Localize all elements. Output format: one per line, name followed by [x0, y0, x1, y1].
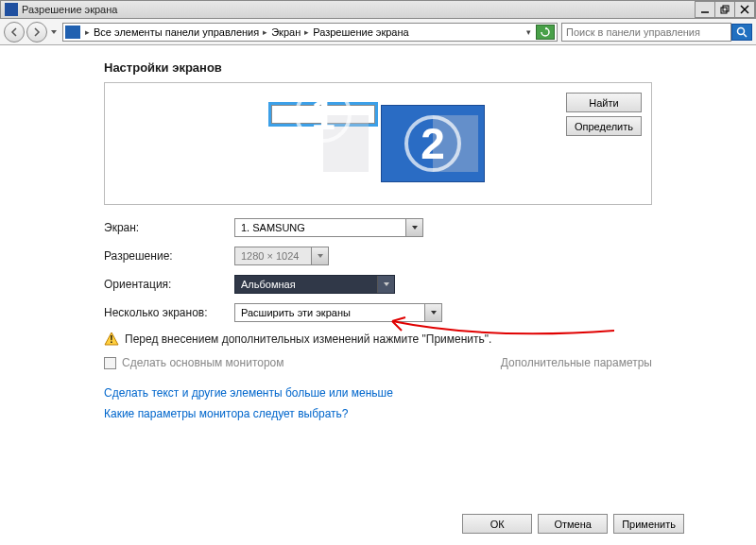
- titlebar: Разрешение экрана: [0, 0, 756, 19]
- footer-buttons: ОК Отмена Применить: [0, 514, 756, 534]
- multiple-screens-select[interactable]: Расширить эти экраны: [234, 303, 442, 322]
- control-panel-icon: [65, 26, 80, 39]
- chevron-down-icon: [405, 219, 422, 236]
- warning-icon: !: [104, 332, 119, 347]
- chevron-down-icon[interactable]: ▾: [524, 27, 534, 37]
- chevron-down-icon: [311, 247, 328, 264]
- cancel-button[interactable]: Отмена: [538, 514, 608, 534]
- refresh-button[interactable]: [536, 25, 555, 40]
- toolbar: ▸ Все элементы панели управления ▸ Экран…: [0, 19, 756, 45]
- page-title: Настройки экранов: [104, 60, 652, 75]
- address-bar[interactable]: ▸ Все элементы панели управления ▸ Экран…: [62, 23, 558, 42]
- chevron-icon: ▸: [82, 27, 93, 37]
- which-monitor-link[interactable]: Какие параметры монитора следует выбрать…: [104, 407, 652, 420]
- resolution-label: Разрешение:: [104, 249, 234, 263]
- svg-text:!: !: [110, 334, 112, 345]
- find-button[interactable]: Найти: [566, 93, 642, 112]
- content-area: Настройки экранов 1 2 Найти Определить Э…: [0, 45, 756, 420]
- primary-monitor-checkbox[interactable]: [104, 357, 116, 369]
- svg-line-6: [744, 34, 747, 37]
- text-size-link[interactable]: Сделать текст и другие элементы больше и…: [104, 386, 652, 400]
- screen-select[interactable]: 1. SAMSUNG: [234, 218, 423, 237]
- app-icon: [5, 3, 18, 16]
- restore-button[interactable]: [714, 1, 735, 18]
- minimize-button[interactable]: [695, 1, 715, 18]
- identify-button[interactable]: Определить: [566, 116, 642, 136]
- back-button[interactable]: [4, 22, 25, 43]
- orientation-select[interactable]: Альбомная: [234, 275, 395, 294]
- svg-rect-1: [721, 8, 727, 13]
- resolution-select[interactable]: 1280 × 1024: [234, 247, 329, 265]
- chevron-icon: ▸: [260, 27, 270, 37]
- monitor-preview-zone: 1 2 Найти Определить: [104, 82, 652, 205]
- advanced-settings-link[interactable]: Дополнительные параметры: [501, 356, 652, 369]
- chevron-down-icon: [424, 304, 441, 321]
- orientation-label: Ориентация:: [104, 278, 234, 291]
- search-button[interactable]: [731, 24, 752, 41]
- history-dropdown[interactable]: [49, 25, 59, 40]
- svg-point-5: [738, 27, 745, 34]
- close-button[interactable]: [734, 1, 755, 18]
- multiple-label: Несколько экранов:: [104, 306, 234, 319]
- chevron-down-icon: [377, 276, 394, 293]
- monitor-2[interactable]: 2: [381, 105, 485, 182]
- forward-button[interactable]: [26, 22, 47, 43]
- primary-monitor-label: Сделать основным монитором: [122, 356, 501, 369]
- svg-rect-2: [723, 6, 729, 11]
- search-input[interactable]: [562, 26, 730, 38]
- apply-button[interactable]: Применить: [613, 514, 684, 534]
- screen-label: Экран:: [104, 221, 234, 234]
- chevron-icon: ▸: [301, 27, 312, 37]
- breadcrumb-seg[interactable]: Разрешение экрана: [312, 26, 409, 38]
- monitor-1[interactable]: 1: [271, 105, 375, 124]
- breadcrumb-seg[interactable]: Экран: [270, 26, 301, 38]
- warning-text: Перед внесением дополнительных изменений…: [125, 332, 491, 346]
- search-bar[interactable]: [561, 23, 731, 42]
- ok-button[interactable]: ОК: [462, 514, 532, 534]
- window-title: Разрешение экрана: [22, 4, 696, 15]
- breadcrumb-seg[interactable]: Все элементы панели управления: [93, 26, 260, 38]
